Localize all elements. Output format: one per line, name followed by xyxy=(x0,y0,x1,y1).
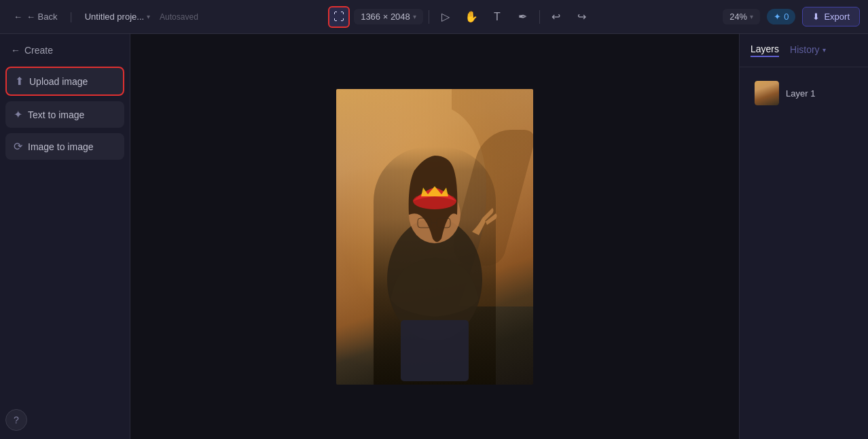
credit-icon: ✦ xyxy=(774,12,781,22)
sidebar: ← Create ⬆ Upload image ✦ Text to image … xyxy=(0,34,130,439)
canvas-area[interactable] xyxy=(130,34,739,439)
pen-tool-icon: ✒ xyxy=(518,10,527,23)
zoom-selector[interactable]: 24% ▾ xyxy=(723,9,760,24)
back-label: ← Back xyxy=(26,12,58,22)
history-chevron-icon: ▾ xyxy=(822,46,826,54)
toolbar-divider-1 xyxy=(429,10,429,24)
frame-tool-button[interactable]: ⛶ xyxy=(328,6,350,28)
main-content: ← Create ⬆ Upload image ✦ Text to image … xyxy=(0,34,868,439)
dimension-selector[interactable]: 1366 × 2048 ▾ xyxy=(354,9,423,24)
export-download-icon: ⬇ xyxy=(812,12,820,22)
sidebar-bottom: ? xyxy=(5,409,124,431)
layers-header: Layers History ▾ xyxy=(740,34,868,67)
zoom-chevron-icon: ▾ xyxy=(750,13,753,20)
undo-icon: ↩ xyxy=(551,10,560,23)
credit-badge: ✦ 0 xyxy=(767,9,795,24)
upload-image-label: Upload image xyxy=(29,76,88,87)
select-tool-button[interactable]: ▷ xyxy=(435,6,456,28)
credit-count: 0 xyxy=(784,12,789,22)
layer-thumb-image xyxy=(755,81,779,105)
project-name-label: Untitled proje... xyxy=(85,12,144,22)
redo-icon: ↪ xyxy=(577,10,586,23)
layers-tab-label: Layers xyxy=(751,43,779,54)
pen-tool-button[interactable]: ✒ xyxy=(512,6,534,28)
layers-tabs: Layers History ▾ xyxy=(751,43,826,57)
topbar-center: ⛶ 1366 × 2048 ▾ ▷ ✋ T ✒ ↩ ↪ xyxy=(204,6,717,28)
dimension-chevron-icon: ▾ xyxy=(413,13,416,20)
export-button[interactable]: ⬇ Export xyxy=(802,7,860,27)
toolbar-divider-2 xyxy=(539,10,540,24)
text-to-image-label: Text to image xyxy=(28,109,84,120)
topbar: ← ← Back | Untitled proje... ▾ Autosaved… xyxy=(0,0,868,34)
project-chevron-icon: ▾ xyxy=(147,13,150,20)
text-tool-icon: T xyxy=(494,11,501,23)
sidebar-item-upload-image[interactable]: ⬆ Upload image xyxy=(5,67,124,96)
help-icon: ? xyxy=(14,415,19,425)
canvas-image-container xyxy=(336,89,533,385)
layer-name-label: Layer 1 xyxy=(786,88,815,99)
autosaved-label: Autosaved xyxy=(160,12,198,22)
dimensions-label: 1366 × 2048 xyxy=(361,12,410,22)
tab-history[interactable]: History ▾ xyxy=(790,44,826,56)
move-tool-icon: ✋ xyxy=(465,10,478,23)
photo-background xyxy=(336,89,533,385)
back-arrow-icon: ← xyxy=(14,12,22,22)
photo-svg xyxy=(336,89,533,385)
back-button[interactable]: ← ← Back xyxy=(8,9,63,24)
export-label: Export xyxy=(824,12,850,22)
topbar-right: 24% ▾ ✦ 0 ⬇ Export xyxy=(723,7,860,27)
select-tool-icon: ▷ xyxy=(441,10,450,23)
image-to-image-icon: ⟳ xyxy=(14,140,22,153)
text-to-image-icon: ✦ xyxy=(14,108,22,121)
project-name[interactable]: Untitled proje... ▾ xyxy=(79,9,156,24)
move-tool-button[interactable]: ✋ xyxy=(460,6,482,28)
text-tool-button[interactable]: T xyxy=(486,6,508,28)
upload-image-icon: ⬆ xyxy=(15,75,24,88)
help-button[interactable]: ? xyxy=(5,409,27,431)
frame-tool-icon: ⛶ xyxy=(333,11,344,23)
tab-layers[interactable]: Layers xyxy=(751,43,779,57)
layers-panel: Layers History ▾ Layer 1 xyxy=(739,34,868,439)
zoom-level-label: 24% xyxy=(729,12,747,22)
image-to-image-label: Image to image xyxy=(28,141,94,152)
canvas-image xyxy=(336,89,533,385)
layer-thumbnail xyxy=(755,81,779,105)
sidebar-item-text-to-image[interactable]: ✦ Text to image xyxy=(5,101,124,128)
layers-content: Layer 1 xyxy=(740,67,868,119)
create-header: ← Create xyxy=(5,42,124,58)
svg-rect-7 xyxy=(401,320,469,381)
redo-button[interactable]: ↪ xyxy=(571,6,593,28)
topbar-left: ← ← Back | Untitled proje... ▾ Autosaved xyxy=(8,9,198,24)
create-label: Create xyxy=(24,45,53,56)
undo-button[interactable]: ↩ xyxy=(545,6,567,28)
history-tab-label: History xyxy=(790,44,820,55)
sidebar-item-image-to-image[interactable]: ⟳ Image to image xyxy=(5,133,124,160)
create-back-icon: ← xyxy=(11,45,20,56)
layer-item[interactable]: Layer 1 xyxy=(748,75,860,111)
